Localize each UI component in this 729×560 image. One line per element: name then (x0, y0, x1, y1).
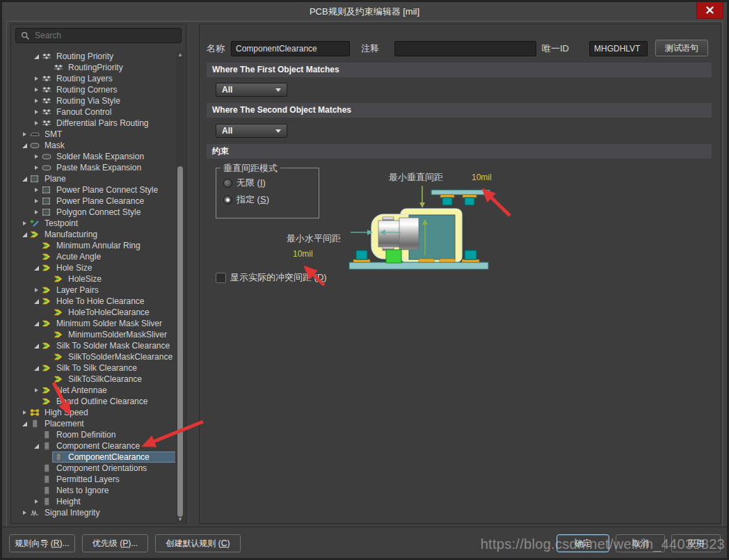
tree-item-minimum-solder-mask-sliver[interactable]: Minimum Solder Mask Sliver (13, 318, 175, 329)
tree-item-signal-integrity[interactable]: Signal Integrity (13, 507, 175, 518)
tree-item-net-antennae[interactable]: Net Antennae (13, 385, 175, 396)
tree-item-permitted-layers[interactable]: Permitted Layers (13, 474, 175, 485)
tree-item-silktosoldermaskclearance[interactable]: SilkToSolderMaskClearance (13, 351, 175, 362)
tree-item-polygon-connect-style[interactable]: Polygon Connect Style (13, 207, 175, 218)
collapse-arrow-icon[interactable] (19, 141, 29, 150)
expand-arrow-icon[interactable] (31, 207, 41, 217)
tree-item-high-speed[interactable]: High Speed (13, 407, 175, 418)
show-actual-clearance-row[interactable]: 显示实际的冲突间距 (D) (216, 271, 327, 284)
tree-item-power-plane-clearance[interactable]: Power Plane Clearance (13, 195, 175, 207)
expand-arrow-icon[interactable] (31, 385, 41, 395)
cancel-button[interactable]: 取消 (616, 534, 665, 552)
tree-item-holesize[interactable]: HoleSize (13, 273, 175, 285)
close-icon (706, 6, 714, 14)
expand-arrow-icon[interactable] (19, 218, 29, 228)
scrollbar-thumb[interactable] (177, 166, 183, 517)
collapse-arrow-icon[interactable] (31, 296, 41, 306)
expand-arrow-icon[interactable] (31, 497, 41, 506)
search-input[interactable] (33, 30, 181, 41)
expand-arrow-icon[interactable] (31, 74, 41, 83)
radio-unlimited-icon[interactable] (223, 179, 232, 188)
tree-item-componentclearance[interactable]: ComponentClearance (13, 451, 175, 463)
expand-arrow-icon[interactable] (31, 185, 41, 195)
vertical-clearance-mode-legend: 垂直间距模式 (221, 162, 280, 175)
radio-specified-icon[interactable] (223, 195, 232, 205)
ok-button[interactable]: 确定 (556, 534, 609, 552)
close-button[interactable] (696, 1, 723, 19)
radio-unlimited[interactable]: 无限 (I) (223, 177, 266, 189)
tree-item-silktosilkclearance[interactable]: SilkToSilkClearance (13, 374, 175, 385)
expand-arrow-icon[interactable] (19, 508, 29, 518)
second-object-dropdown[interactable]: All (216, 124, 287, 138)
tree-item-smt[interactable]: SMT (13, 129, 175, 140)
tree-item-routingpriority[interactable]: RoutingPriority (13, 62, 175, 73)
tree-item-board-outline-clearance[interactable]: Board Outline Clearance (13, 396, 175, 407)
expand-arrow-icon[interactable] (31, 163, 41, 173)
tree-item-silk-to-silk-clearance[interactable]: Silk To Silk Clearance (13, 362, 175, 374)
tree-item-plane[interactable]: Plane (13, 173, 175, 184)
test-queries-button[interactable]: 测试语句 (655, 40, 708, 56)
tree-item-power-plane-connect-style[interactable]: Power Plane Connect Style (13, 184, 175, 195)
tree-item-room-definition[interactable]: Room Definition (13, 429, 175, 440)
tree-item-routing-corners[interactable]: Routing Corners (13, 84, 175, 95)
collapse-arrow-icon[interactable] (31, 319, 41, 328)
tree-item-acute-angle[interactable]: Acute Angle (13, 251, 175, 262)
tree-item-label: Routing Priority (54, 51, 115, 61)
tree-item-solder-mask-expansion[interactable]: Solder Mask Expansion (13, 151, 175, 162)
tree-item-testpoint[interactable]: Testpoint (13, 218, 175, 229)
expand-arrow-icon[interactable] (31, 85, 41, 95)
tree-item-silk-to-solder-mask-clearance[interactable]: Silk To Solder Mask Clearance (13, 340, 175, 351)
scrollbar-up-icon[interactable]: ▲ (176, 51, 184, 59)
expand-arrow-icon[interactable] (31, 196, 41, 206)
scrollbar-down-icon[interactable]: ▼ (176, 515, 184, 524)
collapse-arrow-icon[interactable] (31, 441, 41, 451)
comment-input[interactable] (394, 41, 536, 56)
tree-item-height[interactable]: Height (13, 496, 175, 507)
tree-item-minimumsoldermasksliver[interactable]: MinimumSolderMaskSliver (13, 329, 175, 340)
window-title: PCB规则及约束编辑器 [mil] (2, 2, 727, 22)
expand-arrow-icon[interactable] (19, 408, 29, 417)
tree-item-paste-mask-expansion[interactable]: Paste Mask Expansion (13, 162, 175, 173)
tree-item-mask[interactable]: Mask (13, 140, 175, 151)
expand-arrow-icon[interactable] (31, 152, 41, 161)
arrow-spacer (31, 252, 41, 262)
tree-item-component-clearance[interactable]: Component Clearance (13, 440, 175, 451)
expand-arrow-icon[interactable] (19, 129, 29, 139)
tree-item-minimum-annular-ring[interactable]: Minimum Annular Ring (13, 240, 175, 251)
collapse-arrow-icon[interactable] (19, 230, 29, 239)
collapse-arrow-icon[interactable] (31, 341, 41, 351)
show-actual-clearance-checkbox[interactable] (216, 273, 226, 283)
tree-scrollbar[interactable]: ▲ ▼ (176, 51, 184, 524)
expand-arrow-icon[interactable] (31, 285, 41, 295)
collapse-arrow-icon[interactable] (19, 419, 29, 429)
tree-item-nets-to-ignore[interactable]: Nets to Ignore (13, 485, 175, 496)
tree-item-hole-size[interactable]: Hole Size (13, 262, 175, 273)
create-default-rules-button[interactable]: 创建默认规则 (C) (155, 534, 241, 552)
rule-wizard-button[interactable]: 规则向导 (R)... (9, 534, 75, 552)
mask-icon (41, 152, 52, 161)
apply-button[interactable]: 应用 (671, 534, 721, 552)
collapse-arrow-icon[interactable] (31, 263, 41, 273)
tree-item-routing-via-style[interactable]: Routing Via Style (13, 95, 175, 106)
tree-item-placement[interactable]: Placement (13, 418, 175, 429)
tree-item-routing-priority[interactable]: Routing Priority (13, 51, 175, 62)
tree-item-fanout-control[interactable]: Fanout Control (13, 106, 175, 118)
first-object-dropdown[interactable]: All (216, 83, 287, 97)
expand-arrow-icon[interactable] (31, 107, 41, 117)
tree-item-holetoholeclearance[interactable]: HoleToHoleClearance (13, 307, 175, 318)
tree-item-component-orientations[interactable]: Component Orientations (13, 463, 175, 474)
expand-arrow-icon[interactable] (31, 118, 41, 128)
unique-id-input[interactable] (589, 41, 648, 56)
tree-item-manufacturing[interactable]: Manufacturing (13, 229, 175, 240)
tree-item-hole-to-hole-clearance[interactable]: Hole To Hole Clearance (13, 296, 175, 307)
collapse-arrow-icon[interactable] (31, 363, 41, 373)
radio-specified[interactable]: 指定 (S) (223, 194, 269, 205)
tree-item-routing-layers[interactable]: Routing Layers (13, 73, 175, 84)
tree-item-differential-pairs-routing[interactable]: Differential Pairs Routing (13, 118, 175, 129)
collapse-arrow-icon[interactable] (31, 51, 41, 61)
name-input[interactable] (231, 41, 350, 56)
priorities-button[interactable]: 优先级 (P)... (82, 534, 148, 552)
expand-arrow-icon[interactable] (31, 96, 41, 106)
collapse-arrow-icon[interactable] (19, 174, 29, 184)
tree-item-layer-pairs[interactable]: Layer Pairs (13, 285, 175, 296)
